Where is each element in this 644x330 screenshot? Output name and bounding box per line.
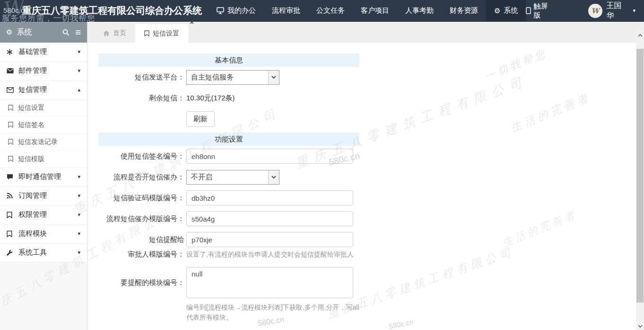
touchscreen-icon [526, 7, 531, 14]
sidebar-subitem-sms-template[interactable]: 短信模版 [0, 151, 87, 168]
sidebar-item-workflow-module[interactable]: 流程模块 ▾ [0, 224, 87, 243]
scroll-down-arrow[interactable] [636, 322, 644, 330]
sidebar-item-label: 短信管理 [18, 85, 47, 94]
bookmark-icon [8, 122, 18, 128]
chevron-down-icon [268, 71, 279, 84]
tab-bar: 首页 短信设置 × [87, 22, 644, 43]
chevron-up-icon: ▴ [78, 87, 80, 93]
sidebar-subitem-label: 短信模版 [18, 155, 44, 163]
nav-item-hr-attendance[interactable]: 人事考勤 [397, 0, 442, 22]
sidebar-item-mail-mgmt[interactable]: 邮件管理 ▾ [0, 62, 87, 80]
notify-template-input[interactable] [186, 232, 353, 247]
touch-version-button[interactable]: 触屏版 [526, 2, 554, 20]
nav-item-finance-resources[interactable]: 财务资源 [442, 0, 486, 22]
module-number-hint: 编号到[流程模块→流程模块列表]下获取,多个用,分开，写all代表所有模块。 [186, 303, 360, 322]
sidebar: ⚙ 系统 ≡ 基础管理 ▾ 邮件管理 ▾ [0, 22, 87, 330]
user-name: 王国华 [607, 1, 629, 21]
chevron-down-icon: ▾ [78, 49, 80, 55]
urge-template-input[interactable] [186, 211, 353, 226]
captcha-template-label: 短信验证码模版编号： [98, 190, 184, 205]
captcha-template-input[interactable] [186, 190, 353, 205]
tab-sms-settings[interactable]: 短信设置 × [135, 24, 188, 43]
notify-template-label-line1: 短信提醒给 [149, 235, 184, 243]
section-header-basic: 基本信息 [98, 54, 359, 67]
urge-switch-label: 流程是否开短信催办： [98, 169, 184, 185]
urge-switch-value: 不开启 [187, 170, 268, 184]
sidebar-item-system-tools[interactable]: 系统工具 ▾ [0, 243, 87, 262]
main-area: 首页 短信设置 × 基本信息 短信发送平台： 自主短信服务 [87, 22, 644, 330]
chevron-down-icon: ▾ [78, 193, 80, 199]
rss-icon [7, 193, 18, 199]
chat-icon [7, 174, 18, 180]
tab-label: 首页 [113, 29, 126, 37]
top-navbar: W 580c.cn 服务您所需，一切我帮您 重庆五八零建筑工程有限公司综合办公系… [0, 0, 644, 22]
signature-number-input[interactable] [186, 149, 353, 164]
sidebar-item-label: 订阅管理 [18, 191, 47, 200]
remaining-sms-value: 10.30元(172条) [186, 90, 235, 106]
user-menu[interactable]: W 王国华 ▾ [588, 1, 635, 21]
bookmark-icon [7, 231, 18, 237]
nav-item-my-office[interactable]: 我的办公 [209, 0, 264, 22]
search-icon[interactable] [62, 29, 70, 36]
nav-item-label: 财务资源 [450, 6, 478, 15]
bookmark-icon [8, 139, 18, 145]
platform-select-value: 自主短信服务 [187, 71, 268, 84]
app-title[interactable]: 重庆五八零建筑工程有限公司综合办公系统 [22, 4, 202, 17]
touch-version-label: 触屏版 [533, 2, 554, 20]
scrollbar-thumb[interactable] [636, 49, 644, 303]
sidebar-subitem-label: 短信设置 [18, 104, 44, 112]
sidebar-item-permission-mgmt[interactable]: 权限管理 ▾ [0, 205, 87, 224]
sidebar-item-label: 邮件管理 [18, 66, 47, 75]
nav-item-customer-projects[interactable]: 客户项目 [353, 0, 397, 22]
module-number-textarea[interactable]: null [186, 267, 353, 298]
sidebar-item-label: 流程模块 [18, 229, 47, 238]
section-header-function: 功能设置 [98, 133, 359, 146]
sidebar-item-basic-mgmt[interactable]: 基础管理 ▾ [0, 43, 87, 62]
signature-number-label: 使用短信签名编号： [98, 149, 184, 164]
sidebar-subitem-sms-signature[interactable]: 短信签名 [0, 116, 87, 134]
nav-item-workflow-approval[interactable]: 流程审批 [264, 0, 308, 22]
nav-item-label: 客户项目 [361, 6, 389, 15]
sidebar-subitem-sms-send-log[interactable]: 短信发送记录 [0, 134, 87, 151]
sidebar-menu: 基础管理 ▾ 邮件管理 ▾ 短信管理 ▴ 短信 [0, 43, 87, 262]
nav-item-document-tasks[interactable]: 公文任务 [308, 0, 353, 22]
wrench-icon [7, 250, 18, 256]
sidebar-item-im-mgmt[interactable]: 即时通信管理 ▾ [0, 168, 87, 187]
navbar-right: 触屏版 W 王国华 ▾ [526, 1, 644, 21]
chevron-down-icon: ▾ [78, 212, 80, 218]
chevron-down-icon: ▾ [78, 231, 80, 237]
logo-watermark: W [0, 0, 25, 22]
sidebar-item-label: 基础管理 [18, 47, 47, 56]
vertical-scrollbar[interactable] [636, 31, 644, 330]
platform-label: 短信发送平台： [98, 70, 184, 85]
avatar: W [588, 4, 602, 18]
sidebar-subitem-label: 短信签名 [18, 121, 44, 129]
nav-item-label: 流程审批 [272, 6, 300, 15]
sidebar-subitem-sms-settings[interactable]: 短信设置 [0, 99, 87, 116]
gear-icon: ⚙ [494, 7, 500, 15]
tab-home[interactable]: 首页 [94, 24, 135, 42]
scroll-up-arrow[interactable] [636, 31, 644, 39]
mail-filled-icon [7, 68, 18, 73]
bookmark-icon [7, 212, 18, 218]
sidebar-header: ⚙ 系统 ≡ [0, 22, 87, 43]
urge-switch-select[interactable]: 不开启 [186, 170, 279, 185]
notify-template-label: 短信提醒给 审批人模版编号： [98, 232, 184, 261]
nav-item-label: 我的办公 [227, 6, 256, 15]
nav-item-label: 系统 [504, 6, 518, 15]
sidebar-item-sms-mgmt[interactable]: 短信管理 ▴ [0, 80, 87, 99]
chevron-down-icon: ▾ [78, 250, 80, 256]
gear-icon: ⚙ [6, 28, 12, 36]
chevron-down-icon [268, 170, 279, 184]
sidebar-item-subscription-mgmt[interactable]: 订阅管理 ▾ [0, 187, 87, 205]
sidebar-item-label: 系统工具 [18, 248, 47, 257]
tab-label: 短信设置 [153, 29, 179, 38]
hamburger-menu-icon[interactable]: ≡ [75, 27, 81, 37]
module-number-label: 要提醒的模块编号： [98, 267, 184, 298]
platform-select[interactable]: 自主短信服务 [186, 70, 279, 85]
chevron-down-icon: ▾ [633, 8, 635, 14]
nav-item-label: 人事考勤 [405, 6, 434, 15]
chevron-down-icon: ▾ [78, 68, 80, 74]
nav-item-system[interactable]: ⚙ 系统 [486, 0, 526, 22]
refresh-button[interactable]: 刷新 [186, 111, 215, 127]
